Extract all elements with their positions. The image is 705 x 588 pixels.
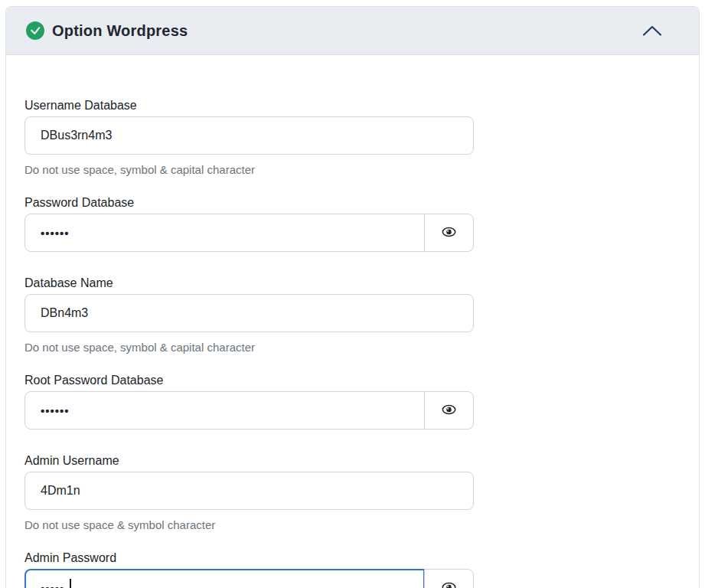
eye-icon [442, 404, 456, 417]
database-name-input[interactable] [24, 294, 474, 332]
eye-icon [442, 227, 456, 240]
password-database-input[interactable] [24, 214, 425, 252]
admin-password-input[interactable] [24, 569, 425, 588]
option-wordpress-panel: Option Wordpress Username Database Do no… [5, 6, 700, 588]
root-password-database-input[interactable] [24, 391, 425, 430]
field-root-password-database: Root Password Database [24, 373, 474, 430]
check-circle-icon [26, 21, 44, 40]
chevron-up-icon[interactable] [642, 24, 662, 37]
field-username-database: Username Database Do not use space, symb… [24, 98, 474, 177]
database-name-label: Database Name [24, 276, 474, 291]
admin-username-hint: Do not use space & symbol character [24, 518, 474, 532]
password-database-label: Password Database [24, 195, 474, 211]
database-name-hint: Do not use space, symbol & capital chara… [24, 340, 474, 354]
admin-username-label: Admin Username [24, 453, 474, 469]
panel-title: Option Wordpress [52, 22, 188, 40]
accordion-header-option-wordpress[interactable]: Option Wordpress [6, 7, 699, 55]
eye-icon [442, 582, 456, 588]
password-database-toggle-button[interactable] [424, 214, 474, 252]
root-password-database-toggle-button[interactable] [424, 391, 474, 430]
accordion-body: Username Database Do not use space, symb… [6, 55, 699, 588]
admin-username-input[interactable] [24, 472, 474, 510]
field-admin-username: Admin Username Do not use space & symbol… [24, 453, 474, 532]
admin-password-label: Admin Password [24, 550, 474, 566]
field-database-name: Database Name Do not use space, symbol &… [24, 276, 474, 354]
admin-password-toggle-button[interactable] [424, 569, 474, 588]
root-password-database-label: Root Password Database [24, 373, 474, 388]
username-database-label: Username Database [24, 98, 474, 113]
field-password-database: Password Database [24, 195, 474, 252]
username-database-hint: Do not use space, symbol & capital chara… [24, 162, 474, 177]
field-admin-password: Admin Password [24, 550, 474, 588]
username-database-input[interactable] [24, 116, 474, 155]
